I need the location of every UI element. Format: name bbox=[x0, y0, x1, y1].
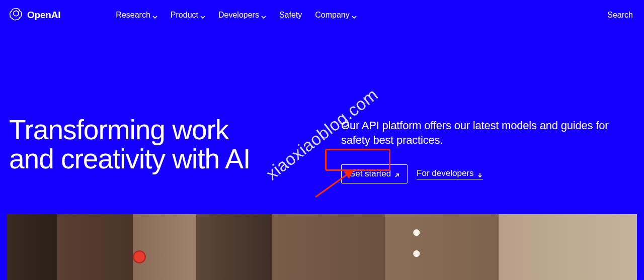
arrow-up-right-icon bbox=[394, 171, 400, 177]
hero-title: Transforming work and creativity with AI bbox=[9, 116, 321, 174]
chevron-down-icon bbox=[352, 13, 357, 18]
nav-label: Research bbox=[116, 11, 150, 20]
brand-logo-link[interactable]: OpenAI bbox=[9, 7, 60, 23]
nav-label: Developers bbox=[218, 11, 259, 20]
arrow-down-icon bbox=[477, 170, 483, 176]
nav-item-developers[interactable]: Developers bbox=[218, 11, 266, 20]
nav-item-research[interactable]: Research bbox=[116, 11, 157, 20]
site-header: OpenAI Research Product Developers Safet… bbox=[0, 0, 644, 30]
get-started-button[interactable]: Get started bbox=[341, 164, 408, 183]
search-label: Search bbox=[607, 11, 633, 19]
cta-secondary-label: For developers bbox=[417, 168, 473, 178]
nav-label: Product bbox=[171, 11, 198, 20]
openai-logo-icon bbox=[9, 7, 23, 23]
hero-title-line2: and creativity with AI bbox=[9, 143, 250, 174]
nav-item-product[interactable]: Product bbox=[171, 11, 205, 20]
nav-label: Company bbox=[315, 11, 349, 20]
cta-row: Get started For developers bbox=[341, 164, 635, 183]
primary-nav: Research Product Developers Safety Compa… bbox=[116, 11, 356, 20]
chevron-down-icon bbox=[152, 13, 157, 18]
nav-item-company[interactable]: Company bbox=[315, 11, 356, 20]
brand-name: OpenAI bbox=[27, 10, 60, 21]
hero-headline-block: Transforming work and creativity with AI bbox=[9, 116, 321, 174]
chevron-down-icon bbox=[200, 13, 205, 18]
hero-title-line1: Transforming work bbox=[9, 114, 228, 145]
nav-label: Safety bbox=[279, 11, 302, 20]
nav-item-safety[interactable]: Safety bbox=[279, 11, 302, 20]
cta-primary-label: Get started bbox=[349, 169, 391, 179]
hero-image bbox=[7, 214, 637, 280]
hero-description: Our API platform offers our latest model… bbox=[341, 119, 635, 147]
chevron-down-icon bbox=[261, 13, 266, 18]
hero-section: Transforming work and creativity with AI… bbox=[0, 30, 644, 183]
hero-detail-block: Our API platform offers our latest model… bbox=[341, 116, 635, 183]
search-link[interactable]: Search bbox=[607, 11, 635, 20]
for-developers-link[interactable]: For developers bbox=[417, 168, 482, 179]
